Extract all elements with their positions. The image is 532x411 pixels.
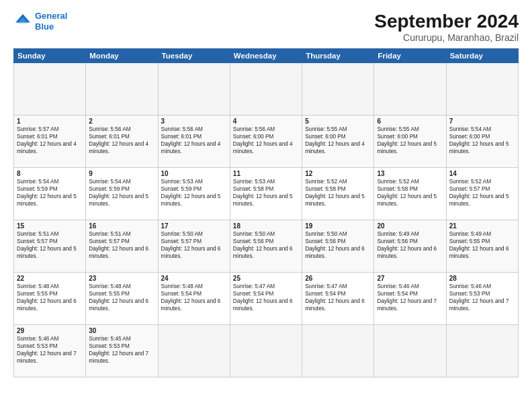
calendar-cell: 21Sunrise: 5:49 AMSunset: 5:55 PMDayligh… (446, 220, 518, 273)
day-number: 4 (233, 118, 299, 125)
header-tuesday: Tuesday (158, 49, 230, 63)
cell-details: Sunrise: 5:52 AMSunset: 5:58 PMDaylight:… (377, 178, 443, 208)
calendar-cell: 19Sunrise: 5:50 AMSunset: 5:56 PMDayligh… (302, 220, 374, 273)
logo: General Blue (13, 11, 67, 32)
day-number: 20 (377, 222, 443, 230)
header-sunday: Sunday (14, 49, 86, 63)
calendar-cell (158, 63, 230, 116)
calendar-cell: 20Sunrise: 5:49 AMSunset: 5:56 PMDayligh… (374, 220, 446, 273)
cell-details: Sunrise: 5:47 AMSunset: 5:54 PMDaylight:… (305, 283, 371, 312)
calendar-cell: 28Sunrise: 5:46 AMSunset: 5:53 PMDayligh… (446, 273, 518, 325)
calendar-cell: 8Sunrise: 5:54 AMSunset: 5:59 PMDaylight… (14, 168, 86, 220)
header-row: SundayMondayTuesdayWednesdayThursdayFrid… (14, 49, 519, 63)
day-number: 5 (305, 118, 371, 125)
week-row-5: 29Sunrise: 5:46 AMSunset: 5:53 PMDayligh… (14, 325, 519, 377)
calendar-cell: 24Sunrise: 5:48 AMSunset: 5:54 PMDayligh… (158, 273, 230, 325)
day-number: 19 (305, 222, 371, 230)
calendar-cell: 10Sunrise: 5:53 AMSunset: 5:59 PMDayligh… (158, 168, 230, 220)
calendar-cell (14, 63, 86, 116)
day-number: 3 (161, 118, 227, 125)
calendar-cell: 14Sunrise: 5:52 AMSunset: 5:57 PMDayligh… (446, 168, 518, 220)
day-number: 1 (17, 118, 83, 125)
header-saturday: Saturday (446, 49, 518, 63)
cell-details: Sunrise: 5:50 AMSunset: 5:56 PMDaylight:… (233, 230, 299, 260)
cell-details: Sunrise: 5:46 AMSunset: 5:53 PMDaylight:… (17, 335, 83, 365)
day-number: 30 (89, 327, 154, 334)
day-number: 28 (449, 275, 515, 282)
cell-details: Sunrise: 5:55 AMSunset: 6:00 PMDaylight:… (305, 126, 371, 155)
cell-details: Sunrise: 5:46 AMSunset: 5:54 PMDaylight:… (377, 283, 443, 312)
cell-details: Sunrise: 5:48 AMSunset: 5:55 PMDaylight:… (17, 283, 83, 312)
day-number: 12 (305, 170, 371, 177)
calendar-cell: 17Sunrise: 5:50 AMSunset: 5:57 PMDayligh… (158, 220, 230, 273)
cell-details: Sunrise: 5:48 AMSunset: 5:54 PMDaylight:… (161, 283, 227, 312)
day-number: 13 (377, 170, 443, 177)
day-number: 23 (89, 275, 154, 282)
cell-details: Sunrise: 5:56 AMSunset: 6:01 PMDaylight:… (161, 126, 227, 155)
cell-details: Sunrise: 5:50 AMSunset: 5:56 PMDaylight:… (305, 230, 371, 260)
calendar-cell (374, 325, 446, 377)
calendar-cell (230, 63, 302, 116)
cell-details: Sunrise: 5:53 AMSunset: 5:58 PMDaylight:… (233, 178, 299, 208)
day-number: 26 (305, 275, 371, 282)
week-row-1: 1Sunrise: 5:57 AMSunset: 6:01 PMDaylight… (14, 116, 519, 168)
calendar-cell: 1Sunrise: 5:57 AMSunset: 6:01 PMDaylight… (14, 116, 86, 168)
day-number: 25 (233, 275, 299, 282)
calendar-cell: 18Sunrise: 5:50 AMSunset: 5:56 PMDayligh… (230, 220, 302, 273)
day-number: 14 (449, 170, 515, 177)
cell-details: Sunrise: 5:56 AMSunset: 6:00 PMDaylight:… (233, 126, 299, 155)
header-wednesday: Wednesday (230, 49, 302, 63)
day-number: 15 (17, 222, 83, 230)
logo-text: General Blue (35, 11, 67, 32)
page: General Blue September 2024 Cururupu, Ma… (0, 0, 532, 411)
cell-details: Sunrise: 5:52 AMSunset: 5:57 PMDaylight:… (449, 178, 515, 208)
header-friday: Friday (374, 49, 446, 63)
header: General Blue September 2024 Cururupu, Ma… (13, 11, 519, 43)
calendar-cell: 16Sunrise: 5:51 AMSunset: 5:57 PMDayligh… (86, 220, 158, 273)
calendar-cell: 4Sunrise: 5:56 AMSunset: 6:00 PMDaylight… (230, 116, 302, 168)
week-row-2: 8Sunrise: 5:54 AMSunset: 5:59 PMDaylight… (14, 168, 519, 220)
cell-details: Sunrise: 5:45 AMSunset: 5:53 PMDaylight:… (89, 335, 154, 365)
day-number: 21 (449, 222, 515, 230)
calendar-cell: 30Sunrise: 5:45 AMSunset: 5:53 PMDayligh… (86, 325, 158, 377)
header-monday: Monday (86, 49, 158, 63)
cell-details: Sunrise: 5:57 AMSunset: 6:01 PMDaylight:… (17, 126, 83, 155)
day-number: 29 (17, 327, 83, 334)
week-row-3: 15Sunrise: 5:51 AMSunset: 5:57 PMDayligh… (14, 220, 519, 273)
cell-details: Sunrise: 5:54 AMSunset: 6:00 PMDaylight:… (449, 126, 515, 155)
calendar-cell: 2Sunrise: 5:56 AMSunset: 6:01 PMDaylight… (86, 116, 158, 168)
day-number: 22 (17, 275, 83, 282)
calendar-cell: 15Sunrise: 5:51 AMSunset: 5:57 PMDayligh… (14, 220, 86, 273)
logo-line2: Blue (35, 21, 54, 32)
calendar-cell: 3Sunrise: 5:56 AMSunset: 6:01 PMDaylight… (158, 116, 230, 168)
day-number: 2 (89, 118, 154, 125)
cell-details: Sunrise: 5:51 AMSunset: 5:57 PMDaylight:… (89, 230, 154, 260)
logo-icon (13, 12, 32, 31)
day-number: 11 (233, 170, 299, 177)
cell-details: Sunrise: 5:50 AMSunset: 5:57 PMDaylight:… (161, 230, 227, 260)
logo-line1: General (35, 11, 67, 21)
cell-details: Sunrise: 5:46 AMSunset: 5:53 PMDaylight:… (449, 283, 515, 312)
cell-details: Sunrise: 5:47 AMSunset: 5:54 PMDaylight:… (233, 283, 299, 312)
calendar-cell: 9Sunrise: 5:54 AMSunset: 5:59 PMDaylight… (86, 168, 158, 220)
calendar-cell (302, 63, 374, 116)
cell-details: Sunrise: 5:54 AMSunset: 5:59 PMDaylight:… (17, 178, 83, 208)
cell-details: Sunrise: 5:48 AMSunset: 5:55 PMDaylight:… (89, 283, 154, 312)
header-thursday: Thursday (302, 49, 374, 63)
cell-details: Sunrise: 5:49 AMSunset: 5:56 PMDaylight:… (377, 230, 443, 260)
subtitle: Cururupu, Maranhao, Brazil (374, 32, 519, 43)
calendar-cell: 23Sunrise: 5:48 AMSunset: 5:55 PMDayligh… (86, 273, 158, 325)
calendar-cell (446, 325, 518, 377)
calendar-cell (302, 325, 374, 377)
calendar-cell: 5Sunrise: 5:55 AMSunset: 6:00 PMDaylight… (302, 116, 374, 168)
cell-details: Sunrise: 5:56 AMSunset: 6:01 PMDaylight:… (89, 126, 154, 155)
calendar-cell: 29Sunrise: 5:46 AMSunset: 5:53 PMDayligh… (14, 325, 86, 377)
calendar-cell (86, 63, 158, 116)
calendar-cell: 22Sunrise: 5:48 AMSunset: 5:55 PMDayligh… (14, 273, 86, 325)
cell-details: Sunrise: 5:53 AMSunset: 5:59 PMDaylight:… (161, 178, 227, 208)
day-number: 7 (449, 118, 515, 125)
day-number: 6 (377, 118, 443, 125)
calendar-cell (158, 325, 230, 377)
month-title: September 2024 (374, 11, 519, 32)
calendar-cell: 11Sunrise: 5:53 AMSunset: 5:58 PMDayligh… (230, 168, 302, 220)
